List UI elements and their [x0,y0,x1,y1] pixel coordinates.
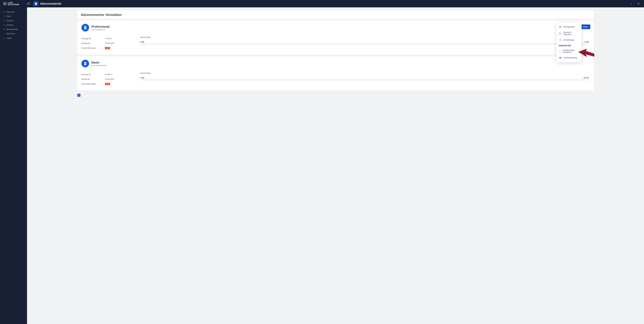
user-icon [3,15,5,17]
document-icon [559,25,562,28]
svg-point-8 [4,15,4,16]
subscription-icon [82,24,89,31]
cube-icon [3,2,7,5]
sidebar-item-profil[interactable]: Profil › [0,14,27,18]
kv-contract: Vertrags-Nr. 4-4387-1 [82,72,130,77]
svg-point-11 [4,33,4,34]
sidebar-item-finanzen[interactable]: Finanzen › [0,18,27,23]
sidebar-item-label: Logout [6,37,25,39]
kv-created: Erstellt am 18.06.2023 [82,41,130,46]
panel-title: Abonnements Verwalten [81,13,590,17]
user-menu-icon[interactable] [636,1,641,6]
svg-rect-5 [4,11,4,12]
chevron-right-icon: › [24,28,25,30]
bag-icon [3,28,5,30]
svg-point-2 [632,4,632,5]
chevron-right-icon: › [24,24,25,26]
kv-contract: Vertrags-Nr. 1-7818-1 [82,36,130,41]
svg-point-0 [623,3,625,5]
kv-created: Erstellt am 20.08.2023 [82,77,130,81]
kv-keyword: Keywordmanager OFF [82,46,130,51]
svg-rect-6 [3,12,4,12]
dd-section-webserver: WEBSERVER [556,43,582,48]
sidebar-item-abonnements[interactable]: Abonnements › [0,27,27,31]
settings-icon [559,38,562,41]
storage-bar [140,44,588,44]
wallet-icon [3,19,5,22]
grid-icon [3,11,5,13]
sidebar-item-uebersicht[interactable]: Übersicht [0,10,27,14]
subscription-icon [82,60,89,67]
page-button[interactable]: 1 [77,94,80,97]
svg-rect-15 [560,51,560,52]
sidebar-item-seo-tools[interactable]: SEO-Tools › [0,31,27,36]
storage-label: Speicherplatz [140,36,588,38]
svg-point-14 [560,39,560,40]
chevron-right-icon: › [24,33,25,34]
brand-text-2: SOLUTIONS [8,4,19,5]
dd-item-label: Übersicht Verbrauch [563,31,579,35]
svg-point-3 [638,3,640,4]
chevron-right-icon: › [24,20,25,21]
globe-icon [3,24,5,26]
sidebar-item-label: Abonnements [6,28,23,30]
apps-icon [559,50,561,53]
chart-icon [559,32,562,35]
aktion-label: Aktion [582,26,588,28]
svg-point-1 [631,4,631,5]
dd-item-label: Vertragsdaten [564,26,575,28]
storage-used: 0 GB [140,41,144,43]
sidebar-item-label: Domains [6,24,23,26]
storage-total: 0 GB [584,41,588,43]
subscription-name: Basic [92,61,107,64]
dd-item-email[interactable]: Emailverwaltung [556,55,582,61]
bag-icon [34,2,37,5]
status-badge-off: OFF [105,47,110,49]
notifications-icon[interactable] [622,1,626,6]
sidebar-item-label: Profil [6,15,23,17]
dd-item-vertragsdaten[interactable]: Vertragsdaten [556,24,582,30]
svg-rect-4 [3,11,4,12]
sidebar-item-label: Übersicht [6,11,25,13]
email-icon [559,56,562,59]
dd-item-label: Einstellungen [564,39,574,41]
sidebar-item-logout[interactable]: Logout [0,36,27,40]
svg-rect-7 [4,12,4,12]
storage-label: Speicherplatz [140,72,588,74]
svg-rect-9 [3,20,4,21]
storage-used: 0 GB [140,77,144,79]
dd-item-anwendungen[interactable]: Anwendungen installieren [556,48,582,55]
svg-rect-12 [3,37,4,39]
cart-icon[interactable] [629,1,633,6]
subscription-name: Professional [92,25,110,28]
storage-total: 20 GB [584,77,588,79]
gear-icon [3,32,5,35]
sidebar-item-label: SEO-Tools [6,33,23,35]
subscription-card: Basic luxe-solutions.tech Vertrags-Nr. 4… [77,56,594,91]
brand-logo[interactable]: LUXE SOLUTIONS [0,2,27,5]
page-title: Abonnements [40,2,62,5]
sidebar-item-label: Finanzen [6,20,23,22]
svg-rect-16 [560,57,561,58]
dd-item-verbrauch[interactable]: Übersicht Verbrauch [556,30,582,37]
subscription-card: Professional luxe-solutions.at ‹ Aktion … [77,20,594,55]
page-icon [34,1,38,6]
subscription-domain: luxe-solutions.tech [92,64,107,66]
status-badge-off: OFF [105,83,110,85]
aktion-dropdown: Vertragsdaten Übersicht Verbrauch Einste… [556,22,582,62]
chevron-right-icon: › [24,15,25,17]
dd-item-label: Anwendungen installieren [563,49,579,53]
dd-item-einstellungen[interactable]: Einstellungen [556,37,582,43]
storage-bar [140,79,588,80]
kv-keyword: Keywordmanager OFF [82,81,130,86]
subscription-domain: luxe-solutions.at [92,28,110,30]
sidebar: Übersicht Profil › Finanzen › Domains › … [0,7,27,324]
menu-toggle-icon[interactable] [27,3,30,5]
dd-item-label: Emailverwaltung [564,57,577,59]
sidebar-item-domains[interactable]: Domains › [0,23,27,27]
exit-icon [3,37,5,39]
